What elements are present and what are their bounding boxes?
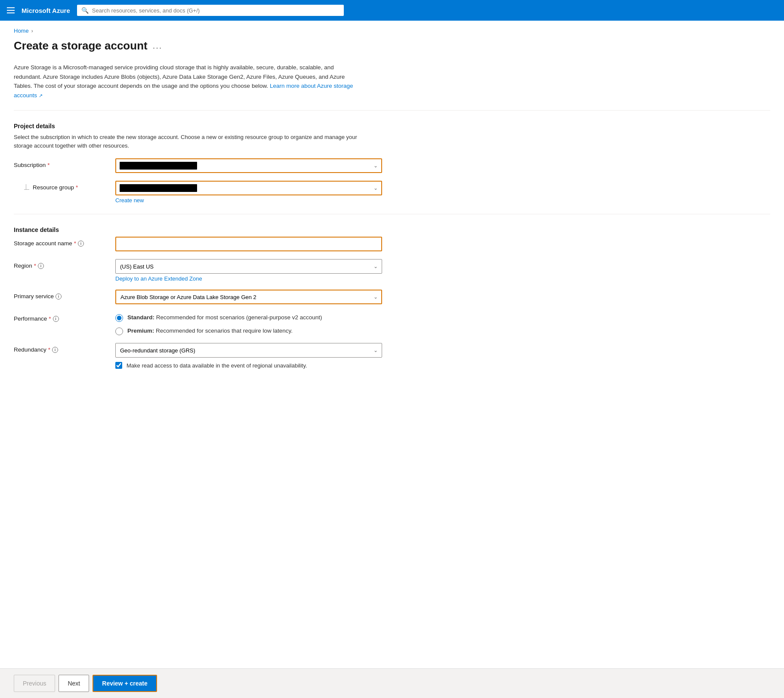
subscription-required-star: *: [47, 162, 49, 168]
main-content: Home › Create a storage account ... Azur…: [0, 21, 784, 698]
redundancy-info-icon[interactable]: i: [52, 347, 58, 353]
primary-service-select[interactable]: Azure Blob Storage or Azure Data Lake St…: [115, 290, 382, 304]
page-description: Azure Storage is a Microsoft-managed ser…: [14, 63, 358, 100]
performance-standard-label: Standard: Recommended for most scenarios…: [127, 314, 322, 322]
region-info-icon[interactable]: i: [38, 263, 44, 269]
page-title: Create a storage account: [14, 39, 148, 53]
previous-button[interactable]: Previous: [14, 675, 55, 692]
resource-group-label: Resource group *: [33, 184, 127, 191]
region-control: (US) East US ⌄ Deploy to an Azure Extend…: [115, 259, 382, 282]
read-access-label: Make read access to data available in th…: [127, 362, 307, 369]
search-bar[interactable]: 🔍: [77, 5, 344, 16]
redundancy-select-wrapper: Geo-redundant storage (GRS) ⌄: [115, 343, 382, 358]
performance-control: Standard: Recommended for most scenarios…: [115, 312, 382, 335]
read-access-checkbox[interactable]: [115, 362, 122, 369]
breadcrumb-home[interactable]: Home: [14, 28, 29, 34]
performance-premium-label: Premium: Recommended for scenarios that …: [127, 327, 293, 335]
section-project-details: Project details: [14, 123, 770, 130]
top-nav: Microsoft Azure 🔍: [0, 0, 784, 21]
redundancy-control: Geo-redundant storage (GRS) ⌄ Make read …: [115, 343, 382, 369]
resource-group-row: Resource group * ⌄ Create new: [14, 181, 770, 204]
region-required-star: *: [34, 263, 36, 269]
account-name-input[interactable]: [115, 237, 382, 251]
action-bar: Previous Next Review + create: [0, 668, 784, 698]
performance-standard-radio[interactable]: [115, 314, 123, 322]
performance-label: Performance * i: [14, 312, 108, 322]
performance-premium-item: Premium: Recommended for scenarios that …: [115, 327, 382, 335]
redundancy-select[interactable]: Geo-redundant storage (GRS): [115, 343, 382, 358]
redundancy-label: Redundancy * i: [14, 343, 108, 353]
performance-standard-item: Standard: Recommended for most scenarios…: [115, 314, 382, 322]
more-options-button[interactable]: ...: [153, 41, 163, 51]
subscription-select-wrapper: ⌄: [115, 158, 382, 173]
performance-premium-radio[interactable]: [115, 327, 123, 335]
resource-group-select-wrapper: ⌄: [115, 181, 382, 195]
search-input[interactable]: [92, 7, 340, 14]
page-title-row: Create a storage account ...: [14, 39, 770, 53]
external-link-icon: ↗: [39, 93, 43, 98]
region-select-wrapper: (US) East US ⌄: [115, 259, 382, 274]
breadcrumb: Home ›: [14, 28, 770, 34]
resource-group-control: ⌄ Create new: [115, 181, 382, 204]
next-button[interactable]: Next: [59, 675, 89, 692]
resource-group-indent: Resource group *: [24, 184, 127, 191]
account-name-required-star: *: [74, 240, 76, 247]
subscription-select[interactable]: [115, 158, 382, 173]
search-icon: 🔍: [81, 7, 89, 14]
account-name-row: Storage account name * i: [14, 237, 770, 251]
resource-group-select[interactable]: [115, 181, 382, 195]
project-details-description: Select the subscription in which to crea…: [14, 133, 358, 150]
primary-service-select-wrapper: Azure Blob Storage or Azure Data Lake St…: [115, 290, 382, 304]
region-label: Region * i: [14, 259, 108, 269]
read-access-checkbox-row: Make read access to data available in th…: [115, 362, 382, 369]
performance-required-star: *: [49, 315, 51, 322]
primary-service-label: Primary service i: [14, 290, 108, 300]
subscription-row: Subscription * ⌄: [14, 158, 770, 173]
region-row: Region * i (US) East US ⌄ Deploy to an A…: [14, 259, 770, 282]
divider-1: [14, 110, 770, 111]
redundancy-row: Redundancy * i Geo-redundant storage (GR…: [14, 343, 770, 369]
resource-group-label-wrap: Resource group *: [14, 181, 108, 191]
account-name-control: [115, 237, 382, 251]
deploy-extended-zone-link[interactable]: Deploy to an Azure Extended Zone: [115, 275, 202, 282]
resource-group-required-star: *: [76, 184, 78, 191]
divider-2: [14, 214, 770, 214]
breadcrumb-separator: ›: [31, 28, 33, 34]
section-instance-details: Instance details: [14, 226, 770, 233]
subscription-control: ⌄: [115, 158, 382, 173]
hamburger-menu-icon[interactable]: [7, 7, 15, 13]
account-name-info-icon[interactable]: i: [78, 241, 84, 247]
app-title: Microsoft Azure: [22, 7, 70, 14]
primary-service-control: Azure Blob Storage or Azure Data Lake St…: [115, 290, 382, 304]
redundancy-required-star: *: [48, 346, 50, 353]
create-new-link[interactable]: Create new: [115, 197, 144, 204]
performance-info-icon[interactable]: i: [53, 316, 59, 322]
region-select[interactable]: (US) East US: [115, 259, 382, 274]
performance-row: Performance * i Standard: Recommended fo…: [14, 312, 770, 335]
review-create-button[interactable]: Review + create: [93, 675, 157, 692]
primary-service-info-icon[interactable]: i: [56, 293, 62, 300]
account-name-label: Storage account name * i: [14, 237, 108, 247]
primary-service-row: Primary service i Azure Blob Storage or …: [14, 290, 770, 304]
performance-radio-group: Standard: Recommended for most scenarios…: [115, 314, 382, 335]
subscription-label: Subscription *: [14, 158, 108, 168]
